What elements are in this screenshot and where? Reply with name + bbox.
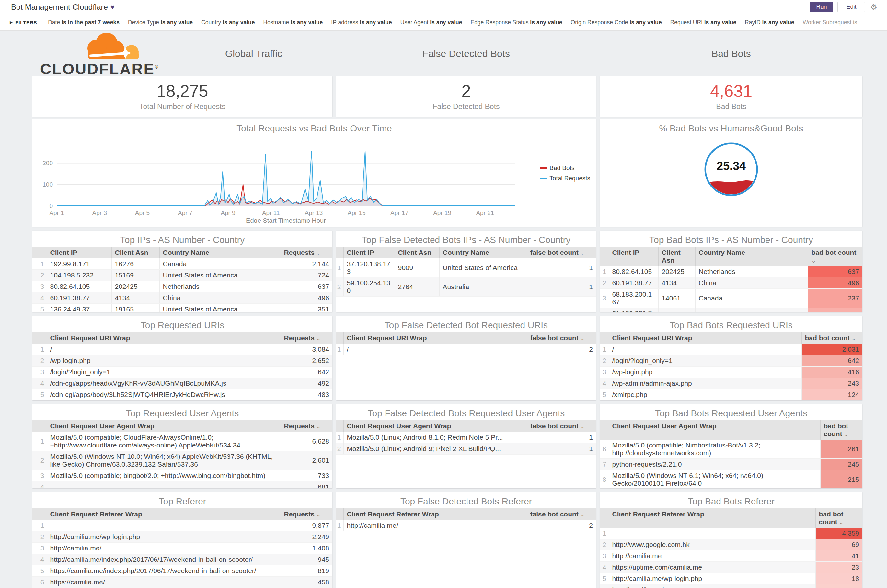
table-cell: 3	[32, 281, 47, 292]
filters-toggle[interactable]: ▶ FILTERS	[10, 20, 37, 25]
bad-bots-gauge: 25.34	[697, 135, 765, 203]
table-cell: China	[695, 278, 808, 289]
table-cell: 41	[815, 550, 862, 562]
table-cell: Mozilla/5.0 (Linux; Android 9; Pixel 2 X…	[343, 443, 527, 454]
table-cell: 2	[32, 355, 47, 366]
table-cell: 215	[820, 470, 862, 489]
svg-text:Apr 1: Apr 1	[49, 210, 64, 216]
filter-item-device-type[interactable]: Device Type is any value	[128, 19, 193, 26]
filter-item-request-uri[interactable]: Request URI is any value	[670, 19, 737, 26]
table-cell: 80.82.64.105	[47, 281, 111, 292]
column-header-requests[interactable]: Requests ⌄	[281, 508, 332, 520]
table-cell: 2	[336, 443, 343, 454]
svg-text:100: 100	[42, 181, 53, 188]
panel-title: Top IPs - AS Number - Country	[32, 231, 332, 247]
table-row: 2Mozilla/5.0 (Windows NT 10.0; Win64; x6…	[32, 451, 332, 470]
table-cell: 3	[600, 366, 609, 378]
table-cell: 4	[600, 378, 609, 389]
table-cell: https://camilia.me/	[47, 577, 281, 588]
panel-title: Top Requested User Agents	[32, 404, 332, 420]
svg-text:Edge Start Timestamp Hour: Edge Start Timestamp Hour	[246, 217, 326, 224]
column-header-bad-bot-count[interactable]: bad bot count ⌄	[815, 508, 862, 528]
filter-item-date[interactable]: Date is in the past 7 weeks	[48, 19, 120, 26]
column-header-requests[interactable]: Requests ⌄	[281, 420, 332, 432]
gauge-fill	[708, 180, 753, 195]
filter-item-rayid[interactable]: RayID is any value	[745, 19, 794, 26]
column-header-client-asn: Client Asn	[658, 247, 695, 266]
table-cell: 4134	[658, 278, 695, 289]
column-header-requests[interactable]: Requests ⌄	[281, 332, 332, 344]
table-cell: 243	[801, 378, 862, 389]
table-cell: 496	[808, 278, 862, 289]
column-header-client-request-referer-wrap: Client Request Referer Wrap	[343, 508, 527, 520]
panel-top-bad-bot-uris: Top Bad Bots Requested URIs Client Reque…	[600, 316, 862, 400]
kpi-row: 18,275 Total Number of Requests 2 False …	[32, 76, 862, 117]
table-row: 4https://uptime.com/camilia.me23	[600, 562, 862, 573]
filter-item-worker-subrequest[interactable]: Worker Subrequest is...	[803, 19, 862, 26]
table-cell: 1,408	[281, 543, 332, 554]
filter-item-country[interactable]: Country is any value	[201, 19, 255, 26]
table-cell: 237	[808, 289, 862, 308]
table-cell: 1	[600, 528, 609, 539]
column-header-bad-bot-count[interactable]: bad bot count ⌄	[808, 247, 862, 266]
column-header-false-bot-count[interactable]: false bot count ⌄	[527, 420, 596, 432]
table-cell: 2,652	[281, 355, 332, 366]
table-cell: 144	[808, 308, 862, 312]
column-header-bad-bot-count[interactable]: bad bot count ⌄	[801, 332, 862, 344]
table-row: 5http://camilia.me/wp-login.php18	[600, 573, 862, 585]
table-cell: 5	[600, 573, 609, 585]
table-cell: 4	[32, 482, 47, 489]
table-cell: 1	[600, 266, 609, 278]
uris-tables-row: Top Requested URIs Client Request URI Wr…	[32, 316, 862, 400]
filter-item-hostname[interactable]: Hostname is any value	[263, 19, 323, 26]
filter-item-user-agent[interactable]: User Agent is any value	[400, 19, 462, 26]
column-header-false-bot-count[interactable]: false bot count ⌄	[527, 247, 596, 258]
column-header-false-bot-count[interactable]: false bot count ⌄	[527, 332, 596, 344]
column-header-bad-bot-count[interactable]: bad bot count ⌄	[820, 420, 862, 440]
column-header-client-asn: Client Asn	[395, 247, 439, 258]
run-button[interactable]: Run	[810, 2, 833, 12]
filter-item-origin-response-code[interactable]: Origin Response Code is any value	[571, 19, 662, 26]
panel-top-referer: Top Referer Client Request Referer WrapR…	[32, 492, 332, 588]
table-cell: 2,249	[281, 531, 332, 543]
filter-item-edge-response-status[interactable]: Edge Response Status is any value	[471, 19, 562, 26]
panel-title: Top Bad Bots Requested URIs	[600, 316, 862, 332]
table-cell: 4	[32, 554, 47, 566]
table-top-uris: Client Request URI WrapRequests ⌄1/3,084…	[32, 332, 332, 400]
table-cell: 37.120.138.173	[343, 258, 395, 278]
table-cell: 5	[600, 389, 609, 400]
table-cell: https://uptime.com/camilia.me	[609, 562, 815, 573]
table-cell: 6	[600, 440, 609, 459]
column-header-client-request-referer-wrap: Client Request Referer Wrap	[47, 508, 281, 520]
svg-text:Apr 17: Apr 17	[390, 210, 409, 216]
table-cell: /login/?login_only=1	[47, 366, 281, 378]
column-header-requests[interactable]: Requests ⌄	[281, 247, 332, 258]
line-chart[interactable]: 0100200Apr 1Apr 3Apr 5Apr 7Apr 9Apr 11Ap…	[32, 135, 538, 224]
table-cell: 245	[820, 459, 862, 470]
table-cell: 60.191.38.77	[609, 278, 658, 289]
legend-item-bad-bots[interactable]: Bad Bots	[540, 165, 590, 172]
column-header-false-bot-count[interactable]: false bot count ⌄	[527, 508, 596, 520]
table-cell: Mozilla/5.0 (compatible; Nimbostratus-Bo…	[609, 440, 820, 459]
kpi-bad-bots: 4,631 Bad Bots	[600, 76, 862, 117]
panel-top-uris: Top Requested URIs Client Request URI Wr…	[32, 316, 332, 400]
legend-label: Total Requests	[549, 175, 590, 182]
table-cell: Mozilla/5.0 (compatible; CloudFlare-Alwa…	[47, 432, 281, 451]
table-row: 461.160.221.7323650China144	[600, 308, 862, 312]
timeseries-panel: Total Requests vs Bad Bots Over Time 010…	[32, 119, 596, 226]
column-header-client-request-uri-wrap: Client Request URI Wrap	[47, 332, 281, 344]
cloudflare-cloud-icon	[40, 32, 176, 60]
svg-text:Apr 7: Apr 7	[178, 210, 192, 216]
table-row: 2/login/?login_only=1642	[600, 355, 862, 366]
gear-icon[interactable]: ⚙	[870, 3, 877, 12]
table-cell: 1	[336, 258, 343, 278]
edit-button[interactable]: Edit	[837, 2, 865, 12]
panel-top-false-bot-referer: Top False Detected Bots Referer Client R…	[336, 492, 596, 588]
filter-item-ip-address[interactable]: IP address is any value	[331, 19, 392, 26]
column-header-country-name: Country Name	[159, 247, 281, 258]
table-row: 6https://camilia.me/458	[32, 577, 332, 588]
legend-item-total-requests[interactable]: Total Requests	[540, 175, 590, 182]
column-header-rownum	[600, 332, 609, 344]
svg-text:Apr 21: Apr 21	[476, 210, 494, 216]
table-row: 2104.198.5.23215169United States of Amer…	[32, 270, 332, 281]
